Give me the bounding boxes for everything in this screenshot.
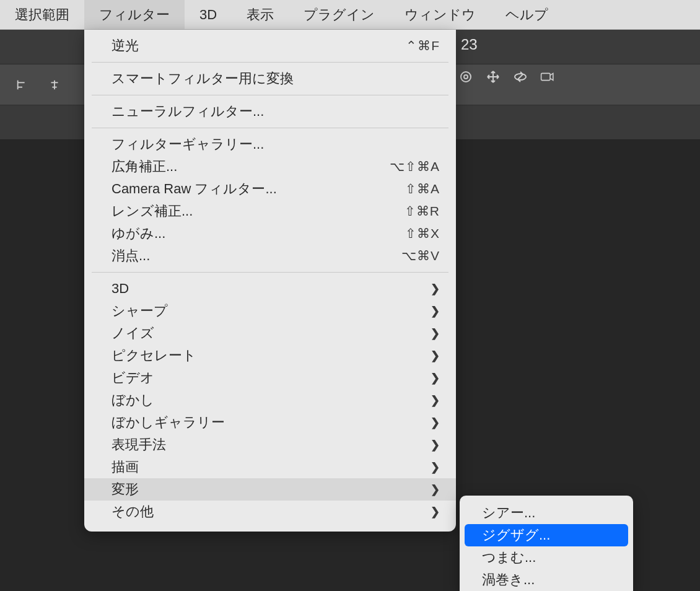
distort-submenu-item[interactable]: 渦巻き... [460,569,633,591]
chevron-right-icon: ❯ [431,483,440,496]
chevron-right-icon: ❯ [431,416,440,429]
chevron-right-icon: ❯ [431,326,440,340]
distort-submenu-item[interactable]: シアー... [460,502,633,524]
menu-item-label: ぼかし [112,391,154,409]
menu-item-shortcut: ⇧⌘X [405,226,440,241]
submenu-item-label: ジグザグ... [482,526,550,545]
menu-item-shortcut: ⌥⌘V [401,248,440,263]
menu-item-label: ピクセレート [112,346,196,365]
menu-item-label: ニューラルフィルター... [112,102,264,121]
menu-item-shortcut: ⇧⌘R [405,204,440,219]
chevron-right-icon: ❯ [431,460,440,474]
chevron-right-icon: ❯ [431,393,440,407]
filter-menu-item[interactable]: ゆがみ...⇧⌘X [84,222,456,245]
menu-item-label: 変形 [112,480,139,499]
submenu-item-label: つまむ... [482,548,536,567]
menu-item-label: ぼかしギャラリー [112,413,225,432]
filter-menu-item[interactable]: Camera Raw フィルター...⇧⌘A [84,178,456,200]
menu-item-label: スマートフィルター用に変換 [112,69,294,88]
chevron-right-icon: ❯ [431,438,440,452]
filter-menu-item[interactable]: レンズ補正...⇧⌘R [84,200,456,222]
menu-label: ウィンドウ [405,6,476,24]
menu-item-label: ノイズ [112,324,154,343]
filter-menu-item[interactable]: 消点...⌥⌘V [84,245,456,267]
app-title-fragment: 23 [461,36,478,53]
menu-item-shortcut: ⇧⌘A [405,182,440,196]
menu-separator [92,128,448,128]
filter-menu-item[interactable]: 描画❯ [84,456,456,478]
menu-item-label: 広角補正... [112,157,177,176]
menu-window[interactable]: ウィンドウ [390,0,491,29]
menu-selection[interactable]: 選択範囲 [0,0,84,29]
filter-menu-item[interactable]: 変形❯ [84,478,456,501]
menu-item-shortcut: ⌥⇧⌘A [390,159,440,174]
menu-plugins[interactable]: プラグイン [289,0,390,29]
circle-target-icon[interactable] [458,69,473,84]
menubar: 選択範囲 フィルター 3D 表示 プラグイン ウィンドウ ヘルプ [0,0,700,30]
filter-menu-item[interactable]: 逆光⌃⌘F [84,35,456,57]
filter-menu-item[interactable]: シャープ❯ [84,300,456,322]
chevron-right-icon: ❯ [431,505,440,519]
filter-menu-item[interactable]: フィルターギャラリー... [84,133,456,155]
move-arrows-icon[interactable] [486,69,501,84]
menu-3d[interactable]: 3D [185,0,232,29]
menu-filter[interactable]: フィルター [84,0,185,29]
menu-item-label: ゆがみ... [112,224,165,243]
menu-item-label: Camera Raw フィルター... [112,180,277,198]
chevron-right-icon: ❯ [431,371,440,385]
menu-label: フィルター [99,6,170,24]
svg-point-7 [464,75,468,79]
menu-item-label: 3D [112,281,129,297]
camera-flip-icon[interactable] [540,69,555,84]
menu-item-label: 消点... [112,247,150,265]
distort-submenu-item[interactable]: ジグザグ... [465,524,628,546]
menu-view[interactable]: 表示 [232,0,289,29]
menu-item-label: 描画 [112,458,139,476]
filter-menu-item[interactable]: ニューラルフィルター... [84,100,456,123]
menu-item-label: フィルターギャラリー... [112,135,264,154]
distort-submenu-item[interactable]: つまむ... [460,546,633,569]
rotate-3d-icon[interactable] [513,69,528,84]
menu-item-label: 逆光 [112,37,139,55]
align-center-icon[interactable] [47,77,62,92]
filter-menu-item[interactable]: 3D❯ [84,278,456,300]
menu-item-shortcut: ⌃⌘F [406,38,440,53]
menu-separator [92,95,448,95]
filter-menu-item[interactable]: ピクセレート❯ [84,344,456,367]
menu-item-label: シャープ [112,302,168,320]
menu-label: プラグイン [304,6,375,24]
filter-dropdown-menu: 逆光⌃⌘Fスマートフィルター用に変換ニューラルフィルター...フィルターギャラリ… [84,30,456,532]
filter-menu-item[interactable]: 表現手法❯ [84,434,456,456]
chevron-right-icon: ❯ [431,349,440,362]
filter-menu-item[interactable]: ビデオ❯ [84,367,456,389]
menu-separator [92,62,448,63]
filter-menu-item[interactable]: ノイズ❯ [84,322,456,344]
menu-label: 選択範囲 [15,6,69,24]
menu-label: 表示 [247,6,274,24]
filter-menu-item[interactable]: ぼかし❯ [84,389,456,411]
chevron-right-icon: ❯ [431,304,440,318]
menu-item-label: レンズ補正... [112,202,193,221]
menu-label: 3D [199,7,217,23]
filter-menu-item[interactable]: 広角補正...⌥⇧⌘A [84,155,456,178]
filter-menu-item[interactable]: その他❯ [84,501,456,523]
distort-submenu: シアー...ジグザグ...つまむ...渦巻き... [460,496,633,591]
menu-separator [92,272,448,273]
submenu-item-label: 渦巻き... [482,571,535,589]
svg-rect-9 [541,73,550,80]
menu-item-label: ビデオ [112,369,154,387]
menu-help[interactable]: ヘルプ [491,0,563,29]
menu-label: ヘルプ [505,6,548,24]
submenu-item-label: シアー... [482,504,535,522]
svg-point-6 [461,72,471,82]
filter-menu-item[interactable]: ぼかしギャラリー❯ [84,411,456,434]
filter-menu-item[interactable]: スマートフィルター用に変換 [84,68,456,90]
chevron-right-icon: ❯ [431,282,440,296]
align-left-icon[interactable] [15,77,30,92]
menu-item-label: その他 [112,502,154,521]
menu-item-label: 表現手法 [112,436,166,454]
